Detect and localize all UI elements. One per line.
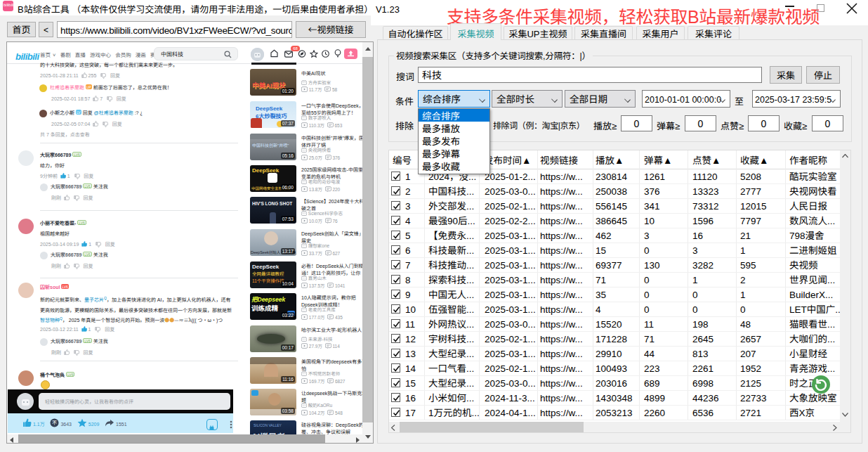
svg-text:不: 不	[52, 419, 57, 426]
